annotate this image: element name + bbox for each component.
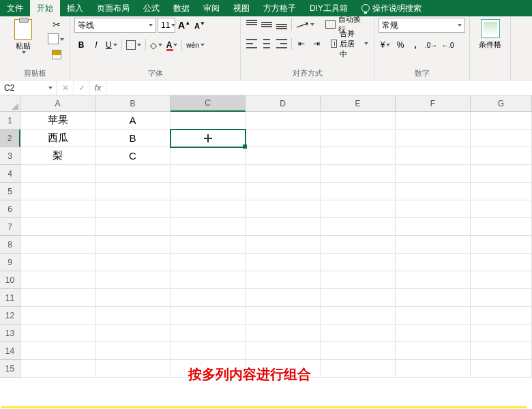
cell[interactable] — [246, 165, 321, 183]
cell[interactable] — [471, 165, 532, 183]
cell[interactable] — [246, 147, 321, 165]
row-header[interactable]: 11 — [0, 289, 20, 307]
cell[interactable] — [321, 342, 396, 360]
row-header[interactable]: 3 — [0, 147, 20, 165]
fx-button[interactable]: fx — [90, 80, 106, 95]
tab-ffgz[interactable]: 方方格子 — [256, 0, 303, 16]
row-header[interactable]: 12 — [0, 307, 20, 324]
cell[interactable] — [396, 112, 471, 130]
cell[interactable] — [95, 324, 171, 342]
cell[interactable] — [471, 112, 532, 130]
align-bottom-button[interactable] — [275, 18, 289, 31]
comma-format-button[interactable]: , — [409, 38, 422, 52]
cell[interactable] — [471, 200, 532, 218]
column-header[interactable]: F — [396, 95, 471, 112]
font-name-select[interactable]: 等线 — [74, 18, 156, 33]
align-right-button[interactable] — [275, 37, 289, 50]
cell[interactable] — [321, 200, 396, 218]
cut-button[interactable]: ✂ — [48, 18, 65, 31]
cell[interactable] — [471, 130, 532, 147]
cell[interactable] — [396, 289, 471, 307]
cell[interactable] — [95, 236, 171, 254]
cell[interactable] — [20, 200, 95, 218]
row-header[interactable]: 10 — [0, 271, 20, 289]
cell[interactable] — [396, 200, 471, 218]
copy-button[interactable] — [48, 33, 65, 46]
column-header[interactable]: E — [321, 95, 396, 112]
cell[interactable] — [20, 342, 95, 360]
cell[interactable]: C — [95, 147, 171, 165]
tab-file[interactable]: 文件 — [0, 0, 30, 16]
column-header[interactable]: G — [471, 95, 532, 112]
cell[interactable] — [20, 360, 95, 378]
cell[interactable] — [171, 289, 246, 307]
merge-center-button[interactable]: 合并后居中 — [329, 37, 370, 50]
cell[interactable] — [321, 147, 396, 165]
cell[interactable] — [471, 324, 532, 342]
cell[interactable] — [95, 165, 171, 183]
cell[interactable]: 西瓜 — [20, 130, 95, 147]
cell[interactable] — [95, 183, 171, 200]
cell[interactable] — [95, 342, 171, 360]
column-header[interactable]: C — [171, 95, 246, 112]
row-header[interactable]: 5 — [0, 183, 20, 200]
row-header[interactable]: 1 — [0, 112, 20, 130]
cell[interactable] — [396, 218, 471, 236]
cell[interactable] — [20, 324, 95, 342]
tab-page-layout[interactable]: 页面布局 — [90, 0, 136, 16]
cell[interactable] — [171, 200, 246, 218]
cell[interactable] — [20, 183, 95, 200]
cell[interactable] — [396, 342, 471, 360]
row-header[interactable]: 7 — [0, 218, 20, 236]
row-header[interactable]: 6 — [0, 200, 20, 218]
decrease-font-button[interactable]: A▼ — [193, 18, 207, 32]
cell[interactable] — [471, 236, 532, 254]
cell[interactable] — [20, 289, 95, 307]
cell[interactable] — [20, 271, 95, 289]
cell[interactable] — [20, 218, 95, 236]
align-left-button[interactable] — [245, 37, 258, 50]
row-header[interactable]: 2 — [0, 130, 20, 147]
cell[interactable] — [95, 360, 171, 378]
font-color-button[interactable]: A — [165, 38, 179, 52]
cell[interactable] — [171, 112, 246, 130]
orientation-button[interactable]: ⟶ — [295, 18, 316, 31]
cell[interactable] — [246, 307, 321, 324]
cell[interactable] — [321, 165, 396, 183]
increase-decimal-button[interactable]: .0→ — [424, 38, 439, 52]
cell[interactable] — [471, 218, 532, 236]
cell[interactable] — [471, 342, 532, 360]
cell[interactable] — [171, 130, 246, 147]
cell[interactable] — [321, 183, 396, 200]
row-header[interactable]: 14 — [0, 342, 20, 360]
cell[interactable] — [20, 254, 95, 271]
cell[interactable] — [246, 200, 321, 218]
cell[interactable] — [246, 130, 321, 147]
increase-indent-button[interactable]: ⇥ — [310, 37, 323, 50]
tab-insert[interactable]: 插入 — [60, 0, 90, 16]
cell[interactable] — [171, 236, 246, 254]
cell[interactable] — [396, 147, 471, 165]
italic-button[interactable]: I — [89, 38, 103, 52]
cell[interactable] — [246, 112, 321, 130]
cell[interactable] — [171, 254, 246, 271]
cell[interactable] — [471, 307, 532, 324]
cell[interactable] — [171, 342, 246, 360]
formula-input[interactable] — [106, 80, 532, 95]
format-painter-button[interactable] — [48, 48, 65, 61]
cell[interactable]: 梨 — [20, 147, 95, 165]
cell[interactable] — [171, 183, 246, 200]
row-header[interactable]: 4 — [0, 165, 20, 183]
tab-review[interactable]: 审阅 — [196, 0, 226, 16]
cell[interactable] — [20, 165, 95, 183]
cell[interactable] — [95, 200, 171, 218]
phonetic-button[interactable]: wén — [185, 38, 205, 52]
cell[interactable] — [321, 360, 396, 378]
cell[interactable] — [321, 289, 396, 307]
cell[interactable] — [396, 183, 471, 200]
increase-font-button[interactable]: A▲ — [177, 18, 192, 32]
tab-data[interactable]: 数据 — [166, 0, 196, 16]
cell[interactable] — [171, 271, 246, 289]
decrease-decimal-button[interactable]: ←.0 — [440, 38, 455, 52]
cell[interactable] — [246, 183, 321, 200]
